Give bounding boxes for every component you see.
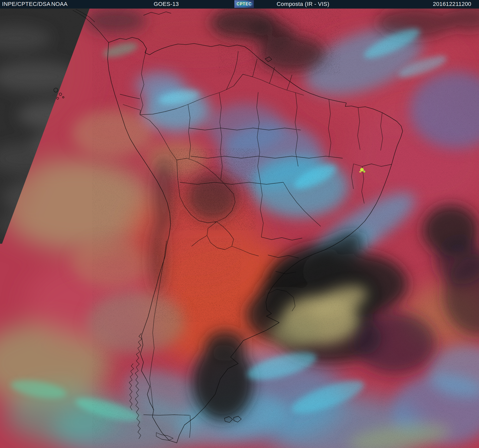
timestamp-label: 201612211200 [433, 1, 471, 7]
satellite-imagery [0, 0, 479, 448]
cptec-logo-text: CPTEC [236, 2, 252, 6]
noaa-label: NOAA [51, 1, 68, 7]
speckle-overlay [92, 8, 479, 448]
satellite-image-viewer: INPE/CPTEC/DSA NOAA GOES-13 CPTEC Compos… [0, 0, 479, 448]
cptec-logo: CPTEC [234, 0, 254, 8]
product-label: Composta (IR - VIS) [277, 1, 329, 7]
satellite-label: GOES-13 [154, 1, 179, 7]
agency-label: INPE/CPTEC/DSA [2, 1, 50, 7]
header-bar: INPE/CPTEC/DSA NOAA GOES-13 CPTEC Compos… [0, 0, 479, 8]
header-divider-line [0, 8, 479, 9]
